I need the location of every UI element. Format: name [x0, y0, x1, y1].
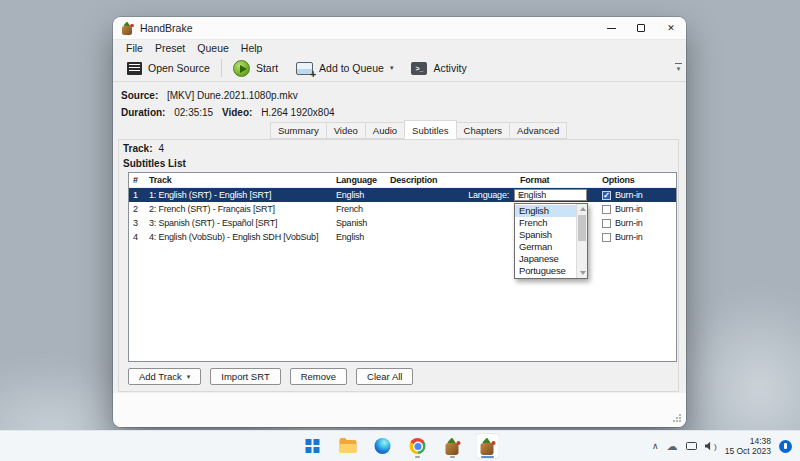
table-row[interactable]: 4 4: English (VobSub) - English SDH [Vob…: [129, 230, 676, 244]
start-button[interactable]: [301, 433, 325, 459]
dropdown-option[interactable]: Spanish: [515, 229, 576, 241]
burn-in-checkbox[interactable]: [602, 205, 611, 214]
subtitles-table: # Track Language Description Format Opti…: [128, 172, 677, 362]
table-row-selected[interactable]: 1 1: English (SRT) - English [SRT] Engli…: [129, 188, 676, 202]
title-bar[interactable]: HandBrake ✕: [113, 17, 686, 40]
close-button[interactable]: ✕: [656, 17, 686, 39]
window-title: HandBrake: [140, 22, 193, 34]
maximize-button[interactable]: [626, 17, 656, 39]
dropdown-option[interactable]: French: [515, 217, 576, 229]
dropdown-option[interactable]: Portuguese: [515, 265, 576, 277]
table-row[interactable]: 3 3: Spanish (SRT) - Español [SRT] Spani…: [129, 216, 676, 230]
chrome-icon: [410, 438, 426, 454]
scrollbar-thumb[interactable]: [578, 215, 586, 241]
burn-in-checkbox-checked[interactable]: ✓: [602, 191, 611, 200]
col-description: Description: [390, 173, 437, 188]
chevron-down-icon: [518, 194, 524, 197]
dropdown-option-selected[interactable]: English: [515, 205, 576, 217]
import-srt-button[interactable]: Import SRT: [210, 368, 280, 385]
dropdown-option[interactable]: Japanese: [515, 253, 576, 265]
volume-button[interactable]: ): [705, 442, 717, 451]
tray-time: 14:38: [725, 436, 771, 446]
sound-wave-icon: ): [714, 442, 717, 451]
track-label: Track:: [123, 143, 152, 154]
menu-file[interactable]: File: [120, 42, 149, 54]
folder-icon: [339, 440, 356, 453]
source-filename: [MKV] Dune.2021.1080p.mkv: [167, 90, 298, 101]
onedrive-cloud-icon[interactable]: ☁: [667, 441, 678, 452]
row-track: 2: French (SRT) - Français [SRT]: [149, 202, 275, 216]
clear-all-button[interactable]: Clear All: [356, 368, 413, 385]
notification-badge[interactable]: [779, 440, 792, 453]
handbrake-window: HandBrake ✕ File Preset Queue Help Open …: [113, 17, 686, 427]
row-num: 2: [133, 202, 138, 216]
add-track-button[interactable]: Add Track ▾: [128, 368, 201, 385]
menu-queue[interactable]: Queue: [191, 42, 235, 54]
source-info: Source: [MKV] Dune.2021.1080p.mkv Durati…: [121, 87, 341, 121]
edge-icon: [375, 438, 391, 454]
add-to-queue-button[interactable]: Add to Queue ▾: [287, 55, 402, 81]
col-track: Track: [149, 173, 172, 188]
burn-in-label: Burn-in: [615, 230, 643, 244]
tab-subtitles[interactable]: Subtitles: [404, 120, 456, 139]
burn-in-label: Burn-in: [615, 216, 643, 230]
start-button[interactable]: Start: [224, 55, 287, 81]
subtitles-tab-panel: Track:4 Subtitles List # Track Language …: [118, 139, 679, 392]
dropdown-option[interactable]: German: [515, 241, 576, 253]
remove-button[interactable]: Remove: [290, 368, 347, 385]
duration-value: 02:35:15: [174, 107, 213, 118]
video-value: H.264 1920x804: [261, 107, 334, 118]
open-source-label: Open Source: [148, 62, 210, 74]
edge-button[interactable]: [371, 433, 395, 459]
col-format: Format: [520, 173, 549, 188]
subtitles-actions: Add Track ▾ Import SRT Remove Clear All: [128, 368, 413, 385]
handbrake-icon: [444, 438, 461, 455]
toolbar-overflow-icon[interactable]: ▾: [675, 63, 682, 72]
resize-grip[interactable]: [673, 414, 681, 422]
taskbar-center-icons: [301, 431, 500, 461]
scroll-up-icon[interactable]: [580, 207, 586, 211]
tab-audio[interactable]: Audio: [365, 122, 405, 139]
close-icon: ✕: [667, 24, 675, 33]
burn-in-label: Burn-in: [615, 202, 643, 216]
row-num: 1: [133, 188, 138, 202]
menu-bar: File Preset Queue Help: [113, 40, 686, 55]
file-explorer-button[interactable]: [336, 433, 360, 459]
col-options: Options: [602, 173, 635, 188]
dropdown-scrollbar[interactable]: [576, 204, 587, 278]
film-strip-icon: [127, 62, 142, 75]
minimize-button[interactable]: [596, 17, 626, 39]
tray-chevron-up-icon[interactable]: ∧: [652, 442, 659, 451]
activity-button[interactable]: >_ Activity: [402, 55, 475, 81]
burn-in-checkbox[interactable]: [602, 233, 611, 242]
toolbar: Open Source Start Add to Queue ▾ >_ Acti…: [113, 55, 686, 82]
handbrake-pinned-button[interactable]: [441, 433, 465, 459]
minimize-icon: [607, 28, 616, 29]
toolbar-separator: [221, 59, 222, 77]
menu-help[interactable]: Help: [235, 42, 269, 54]
chrome-button[interactable]: [406, 433, 430, 459]
handbrake-active-button[interactable]: [476, 433, 500, 459]
table-row[interactable]: 2 2: French (SRT) - Français [SRT] Frenc…: [129, 202, 676, 216]
open-source-button[interactable]: Open Source: [118, 55, 219, 81]
format-combobox[interactable]: English: [514, 189, 587, 201]
system-tray: ∧ ☁ ) 14:38 15 Oct 2023: [652, 431, 792, 461]
tab-advanced[interactable]: Advanced: [509, 122, 567, 139]
clock[interactable]: 14:38 15 Oct 2023: [725, 436, 771, 456]
tab-summary[interactable]: Summary: [270, 122, 327, 139]
running-indicator: [415, 456, 420, 458]
chevron-down-icon[interactable]: ▾: [390, 64, 394, 72]
subtitles-list-title: Subtitles List: [123, 158, 186, 169]
row-track: 4: English (VobSub) - English SDH [VobSu…: [149, 230, 318, 244]
running-indicator: [450, 456, 455, 458]
speaker-icon: [705, 442, 714, 451]
tab-chapters[interactable]: Chapters: [456, 122, 511, 139]
network-icon[interactable]: [686, 442, 697, 450]
tab-video[interactable]: Video: [326, 122, 366, 139]
menu-preset[interactable]: Preset: [149, 42, 191, 54]
scroll-down-icon[interactable]: [580, 271, 586, 275]
row-language: English: [336, 230, 364, 244]
burn-in-checkbox[interactable]: [602, 219, 611, 228]
row-num: 3: [133, 216, 138, 230]
burn-in-label: Burn-in: [615, 188, 643, 202]
